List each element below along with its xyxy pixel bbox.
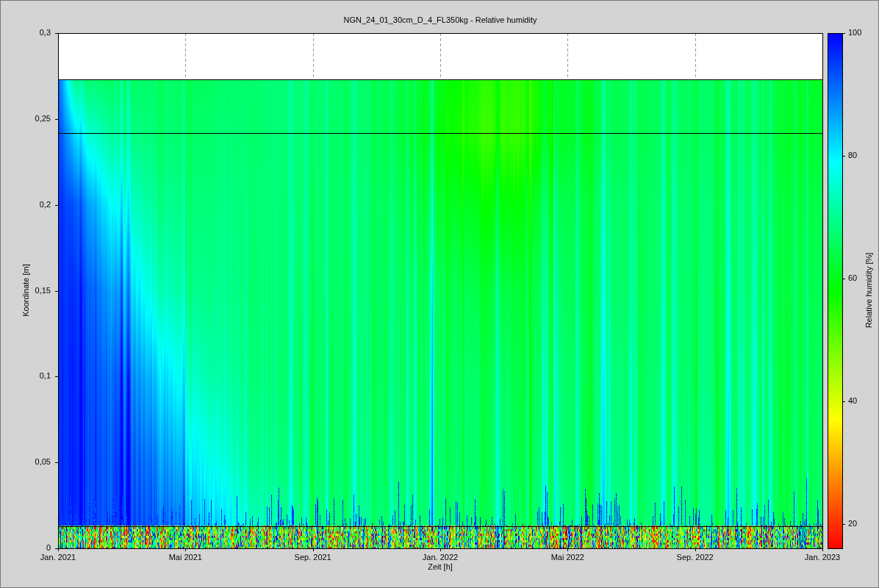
- chart-canvas: [1, 1, 879, 588]
- chart-window: NGN_24_01_30cm_D_4_FL350kg - Relative hu…: [0, 0, 879, 588]
